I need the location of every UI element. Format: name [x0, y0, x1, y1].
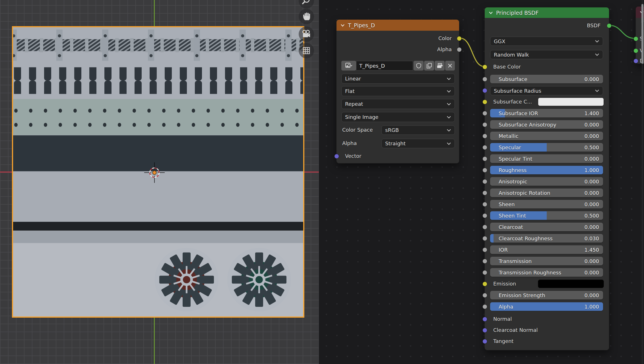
socket-metallic[interactable]: [482, 134, 487, 138]
socket-transmission-roughness[interactable]: [482, 270, 487, 275]
color-space-value: sRGB: [385, 127, 399, 133]
socket-alpha[interactable]: [482, 304, 487, 309]
slider-label: Transmission Roughness: [499, 270, 561, 276]
socket-color-output[interactable]: [457, 36, 462, 41]
chevron-down-icon: [595, 40, 599, 43]
hand-icon: [301, 11, 311, 22]
3d-cursor[interactable]: [143, 161, 166, 185]
slider-anisotropic-rotation[interactable]: Anisotropic Rotation0.000: [490, 189, 603, 197]
slider-clearcoat-roughness[interactable]: Clearcoat Roughness0.030: [490, 234, 603, 243]
socket-subsurface-radius[interactable]: [482, 88, 487, 93]
socket-roughness[interactable]: [482, 168, 487, 173]
pack-image-button[interactable]: [435, 61, 445, 71]
chevron-down-icon: [595, 53, 599, 56]
color-swatch-subsurface-c[interactable]: [538, 98, 604, 106]
image-texture-node-header[interactable]: T_Pipes_D: [337, 20, 459, 31]
dropdown-repeat[interactable]: Repeat: [341, 99, 455, 109]
color-swatch-emission[interactable]: [538, 280, 604, 288]
slider-alpha[interactable]: Alpha1.000: [490, 302, 603, 311]
socket-subsurface-ior[interactable]: [482, 111, 487, 116]
slider-value: 0.000: [584, 190, 599, 196]
collapse-chevron-icon[interactable]: [340, 24, 345, 27]
socket-subsurface-anisotropy[interactable]: [482, 122, 487, 127]
socket-clearcoat[interactable]: [482, 225, 487, 229]
dropdown-subsurface-radius[interactable]: Subsurface Radius: [490, 86, 603, 95]
slider-anisotropic[interactable]: Anisotropic0.000: [490, 177, 603, 186]
copy-image-button[interactable]: [424, 61, 434, 71]
base-color-label: Base Color: [493, 63, 521, 71]
socket-output-2[interactable]: [633, 59, 638, 63]
slider-emission-strength[interactable]: Emission Strength0.000: [490, 291, 603, 299]
socket-output-1[interactable]: [633, 48, 638, 53]
socket-emission-strength[interactable]: [482, 293, 487, 298]
socket-anisotropic[interactable]: [482, 179, 487, 184]
shader-scrollbar-thumb[interactable]: [641, 4, 643, 64]
dropdown-flat[interactable]: Flat: [341, 86, 455, 96]
socket-subsurface-c[interactable]: [482, 100, 487, 104]
slider-transmission[interactable]: Transmission0.000: [490, 257, 603, 265]
slider-specular-tint[interactable]: Specular Tint0.000: [490, 154, 603, 163]
slider-sheen[interactable]: Sheen0.000: [490, 200, 603, 208]
socket-output-0[interactable]: [633, 36, 638, 41]
socket-specular[interactable]: [482, 145, 487, 150]
orthographic-toggle-gizmo[interactable]: [299, 43, 314, 58]
socket-anisotropic-rotation[interactable]: [482, 191, 487, 195]
slider-ior[interactable]: IOR1.450: [490, 245, 603, 254]
socket-vector-input[interactable]: [334, 154, 339, 159]
alpha-mode-dropdown[interactable]: Straight: [381, 139, 455, 148]
slider-subsurface-anisotropy[interactable]: Subsurface Anisotropy0.000: [490, 120, 603, 129]
socket-subsurface[interactable]: [482, 77, 487, 82]
slider-value: 0.500: [584, 144, 599, 150]
collapse-chevron-icon[interactable]: [489, 11, 493, 14]
socket-normal[interactable]: [482, 317, 487, 322]
socket-bsdf-output[interactable]: [607, 23, 612, 28]
subsurface-method-dropdown[interactable]: Random Walk: [490, 50, 603, 59]
node-title: Principled BSDF: [496, 10, 538, 16]
slider-metallic[interactable]: Metallic0.000: [490, 132, 603, 140]
socket-transmission[interactable]: [482, 259, 487, 264]
principled-bsdf-node[interactable]: Principled BSDF BSDF GGX Random Walk Bas…: [484, 7, 609, 350]
slider-specular[interactable]: Specular0.500: [490, 143, 603, 152]
bsdf-node-header[interactable]: Principled BSDF: [485, 7, 609, 18]
browse-image-button[interactable]: [341, 61, 356, 71]
slider-clearcoat[interactable]: Clearcoat0.000: [490, 223, 603, 231]
blender-window: T_Pipes_D Color Alpha T_Pipes_D: [0, 0, 644, 364]
slider-value: 0.000: [584, 292, 599, 298]
socket-emission[interactable]: [482, 282, 487, 286]
camera-view-gizmo[interactable]: [299, 26, 314, 42]
dropdown-linear[interactable]: Linear: [341, 74, 455, 84]
socket-sheen[interactable]: [482, 202, 487, 207]
socket-alpha-output[interactable]: [457, 47, 462, 52]
chevron-down-icon: [447, 77, 451, 80]
image-name-field[interactable]: T_Pipes_D: [356, 61, 413, 71]
color-space-dropdown[interactable]: sRGB: [381, 125, 455, 135]
slider-subsurface[interactable]: Subsurface0.000: [490, 75, 603, 83]
socket-base-color[interactable]: [482, 65, 487, 69]
unlink-image-button[interactable]: [445, 61, 455, 71]
chevron-down-icon: [447, 103, 451, 106]
socket-tangent[interactable]: [482, 339, 487, 344]
fake-user-button[interactable]: [414, 61, 424, 71]
pan-gizmo[interactable]: [299, 9, 314, 24]
slider-value: 0.000: [584, 258, 599, 264]
socket-clearcoat-normal[interactable]: [482, 328, 487, 333]
socket-specular-tint[interactable]: [482, 156, 487, 161]
dropdown-value: Repeat: [345, 101, 363, 107]
dropdown-single-image[interactable]: Single Image: [341, 112, 455, 122]
slider-label: Anisotropic: [499, 179, 527, 185]
slider-subsurface-ior[interactable]: Subsurface IOR1.400: [490, 109, 603, 117]
slider-roughness[interactable]: Roughness1.000: [490, 166, 603, 174]
slider-transmission-roughness[interactable]: Transmission Roughness0.000: [490, 268, 603, 277]
slider-value: 1.000: [584, 304, 599, 310]
image-texture-node[interactable]: T_Pipes_D Color Alpha T_Pipes_D: [336, 19, 459, 164]
slider-value: 0.000: [584, 201, 599, 207]
slider-label: Specular: [499, 144, 521, 150]
viewport-3d[interactable]: [0, 0, 319, 364]
socket-clearcoat-roughness[interactable]: [482, 236, 487, 241]
dropdown-value: Flat: [345, 88, 354, 94]
zoom-gizmo[interactable]: [299, 0, 314, 9]
socket-ior[interactable]: [482, 247, 487, 252]
socket-sheen-tint[interactable]: [482, 213, 487, 218]
slider-sheen-tint[interactable]: Sheen Tint0.500: [490, 211, 603, 220]
distribution-dropdown[interactable]: GGX: [490, 37, 603, 46]
